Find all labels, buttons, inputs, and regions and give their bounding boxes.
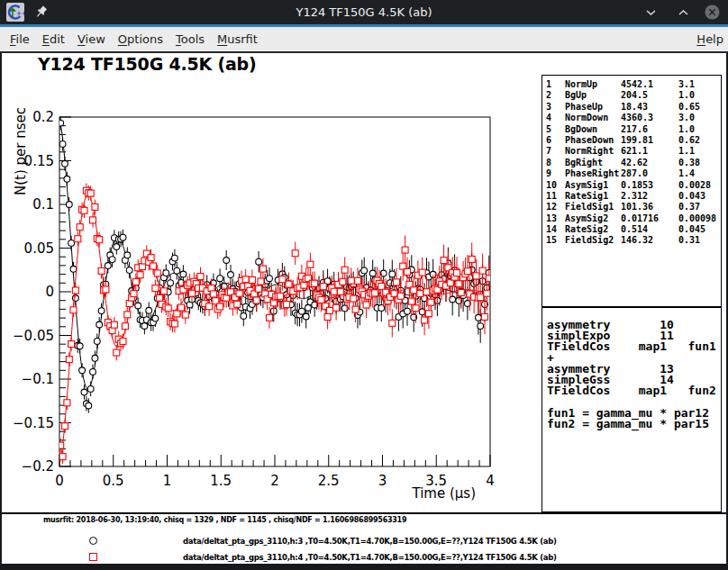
histo4-data-point (402, 247, 408, 253)
histo4-data-point (131, 291, 137, 297)
param-no: 5 (546, 124, 551, 134)
histo4-data-point (284, 302, 290, 308)
histo4-data-point (111, 321, 117, 328)
param-err: 0.37 (678, 202, 700, 212)
menu-item-help[interactable]: Help (688, 27, 728, 51)
menu-item-file[interactable]: File (4, 27, 36, 51)
histo4-data-point (355, 277, 361, 284)
histo3-data-point (478, 323, 484, 330)
param-no: 6 (546, 135, 551, 145)
histo4-data-point (372, 290, 378, 296)
histo3-data-point (152, 315, 159, 321)
histo4-data-point (92, 204, 98, 210)
param-val: 217.6 (621, 124, 648, 134)
histo4-data-point (333, 304, 340, 311)
param-row-PhaseDown: 6PhaseDown199.810.62 (542, 135, 721, 146)
histo4-data-point (352, 306, 359, 312)
histo4-data-point (341, 267, 348, 273)
histo4-data-point (120, 339, 126, 345)
histo3-data-point (217, 276, 223, 282)
histo4-data-point (326, 307, 332, 313)
theory-line: asymmetry 10 (542, 318, 721, 329)
histo4-data-point (425, 311, 432, 317)
histo4-data-point (174, 311, 180, 317)
close-button[interactable] (704, 4, 721, 21)
menu-item-edit[interactable]: Edit (36, 27, 71, 51)
histo3-data-point (64, 176, 70, 182)
histo3-data-point (241, 313, 247, 320)
histo3-data-point (223, 258, 230, 264)
histo4-data-point (165, 305, 171, 312)
param-row-RateSig2: 14RateSig20.5140.045 (542, 224, 721, 235)
menu-item-options[interactable]: Options (112, 27, 169, 51)
menu-item-view[interactable]: View (71, 27, 112, 51)
histo4-markers (58, 187, 493, 459)
histo4-data-point (66, 357, 72, 363)
histo3-data-point (405, 308, 411, 314)
histo3-data-point (86, 403, 92, 409)
param-name: NormRight (565, 146, 614, 156)
x-axis-title: Time (μs) (411, 485, 476, 502)
param-err: 1.0 (678, 124, 695, 134)
param-val: 204.5 (621, 90, 648, 100)
histo4-data-point (122, 323, 128, 330)
histo4-data-point (423, 289, 430, 295)
param-name: RateSig2 (565, 224, 608, 234)
histo3-data-point (174, 267, 180, 274)
histo3-data-point (87, 386, 94, 393)
histo3-data-point (267, 276, 273, 282)
histo4-data-point (160, 288, 167, 294)
histo4-data-point (417, 290, 423, 296)
histo3-data-point (66, 202, 72, 208)
histo4-data-point (419, 269, 425, 276)
histo4-data-point (178, 304, 185, 311)
histo3-data-point (105, 263, 111, 269)
param-err: 0.38 (678, 158, 700, 167)
histo3-data-point (68, 240, 75, 247)
histo3-error-bars (60, 116, 489, 413)
circle-marker-icon (89, 537, 97, 545)
param-name: BgDown (565, 124, 597, 134)
x-tick-label: 1 (163, 473, 172, 489)
histo3-data-point (94, 339, 100, 345)
fit-parameters-box: 1NormUp4542.13.12BgUp204.51.03PhaseUp18.… (541, 75, 722, 307)
histo4-data-point (140, 264, 146, 270)
histo4-data-point (312, 280, 318, 286)
menu-item-tools[interactable]: Tools (169, 27, 211, 51)
theory-line: TFieldCos map1 fun1 (542, 339, 721, 350)
param-err: 1.0 (678, 90, 695, 100)
histo4-data-point (422, 317, 428, 323)
histo4-data-point (454, 270, 460, 276)
histo4-data-point (292, 250, 298, 257)
plot-title: Y124 TF150G 4.5K (ab) (38, 54, 256, 74)
param-err: 3.1 (678, 79, 695, 89)
histo4-data-point (152, 285, 159, 292)
histo4-data-point (96, 237, 103, 243)
histo4-data-point (103, 286, 109, 293)
param-name: PhaseUp (565, 102, 603, 112)
param-row-FieldSig1: 12FieldSig1101.360.37 (542, 202, 721, 213)
param-err: 1.1 (678, 146, 695, 156)
y-tick-label: 0.05 (24, 240, 54, 257)
param-err: 0.045 (678, 224, 705, 234)
y-tick-label: −0.2 (22, 458, 54, 475)
minimize-button[interactable] (642, 4, 660, 21)
param-name: PhaseDown (565, 135, 614, 145)
param-err: 1.4 (678, 168, 695, 178)
theory-line: TFieldCos map1 fun2 (542, 384, 721, 394)
histo3-data-point (146, 307, 152, 313)
histo4-data-point (397, 293, 404, 299)
param-name: AsymSig1 (565, 180, 608, 190)
histo4-data-point (458, 290, 464, 296)
histo4-data-point (331, 288, 337, 294)
maximize-button[interactable] (675, 4, 692, 21)
param-err: 0.31 (678, 235, 700, 245)
x-tick-label: 2.5 (318, 473, 340, 489)
param-val: 2.312 (621, 191, 648, 201)
x-tick-label: 2 (270, 473, 279, 489)
histo4-data-point (87, 190, 94, 196)
menu-item-musrfit[interactable]: Musrfit (211, 27, 264, 51)
histo4-data-point (75, 236, 81, 242)
histo4-data-point (348, 277, 354, 284)
histo4-data-point (391, 290, 397, 296)
